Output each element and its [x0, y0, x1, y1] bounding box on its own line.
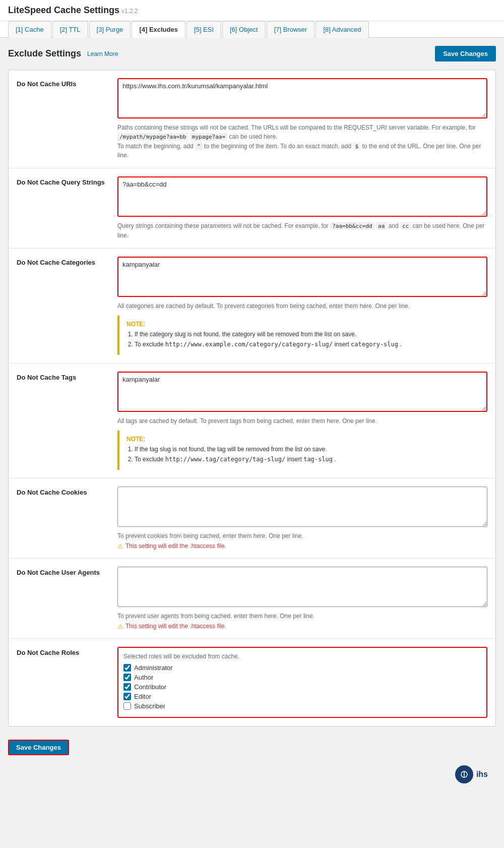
page-header: LiteSpeed Cache Settingsv1.2.2 [0, 0, 504, 21]
tags-control: All tags are cached by default. To preve… [117, 372, 487, 470]
setting-row-tags: Do Not Cache Tags All tags are cached by… [9, 364, 495, 478]
uris-code-mid: mypage?aa= [190, 133, 227, 141]
query-control: Query strings containing these parameter… [117, 176, 487, 240]
settings-table: Do Not Cache URIs Paths containing these… [8, 70, 496, 726]
uris-textarea[interactable] [117, 78, 487, 118]
checkbox-author[interactable] [123, 674, 131, 681]
query-code2: cc [400, 222, 411, 230]
uris-control: Paths containing these strings will not … [117, 78, 487, 160]
role-editor: Editor [123, 693, 481, 700]
label-administrator: Administrator [134, 664, 173, 672]
query-label: Do Not Cache Query Strings [17, 176, 117, 186]
categories-note-title: NOTE: [127, 321, 480, 328]
checkbox-editor[interactable] [123, 693, 131, 700]
main-content: Exclude Settings Learn More Save Changes… [0, 38, 504, 797]
categories-code: category-slug [351, 341, 398, 348]
categories-note1: If the category slug is not found, the c… [135, 330, 480, 339]
roles-container: Selected roles will be excluded from cac… [117, 647, 487, 718]
tab-esi[interactable]: [5] ESI [186, 21, 221, 38]
tab-purge[interactable]: [3] Purge [89, 21, 131, 38]
uris-help: Paths containing these strings will not … [117, 123, 487, 160]
query-code-and: aa [376, 222, 387, 230]
warning-icon-agents: ⚠ [117, 623, 123, 630]
tags-note2: To exclude http://www.tag/category/tag-s… [135, 455, 480, 464]
cookies-textarea[interactable] [117, 487, 487, 527]
tags-note: NOTE: If the tag slug is not found, the … [117, 431, 487, 470]
user-agents-textarea[interactable] [117, 567, 487, 607]
categories-link: http://www.example.com/category/category… [165, 341, 333, 348]
categories-control: All categories are cached by default. To… [117, 257, 487, 355]
uris-code1: /mypath/mypage?aa=bb [117, 133, 188, 141]
tags-note1: If the tag slug is not found, the tag wi… [135, 445, 480, 454]
cookies-warning: ⚠ This setting will edit the .htaccess f… [117, 542, 487, 550]
checkbox-contributor[interactable] [123, 683, 131, 691]
categories-label: Do Not Cache Categories [17, 257, 117, 266]
checkbox-subscriber[interactable] [123, 702, 131, 710]
label-author: Author [134, 674, 153, 681]
user-agents-label: Do Not Cache User Agents [17, 567, 117, 576]
ihs-brand-text: ihs [476, 770, 488, 779]
setting-row-categories: Do Not Cache Categories All categories a… [9, 249, 495, 364]
role-contributor: Contributor [123, 683, 481, 691]
uris-label: Do Not Cache URIs [17, 78, 117, 88]
label-editor: Editor [134, 693, 151, 700]
tags-label: Do Not Cache Tags [17, 372, 117, 381]
cookies-label: Do Not Cache Cookies [17, 487, 117, 496]
tags-link: http://www.tag/category/tag-slug/ [165, 456, 285, 463]
tags-help: All tags are cached by default. To preve… [117, 416, 487, 426]
setting-row-query: Do Not Cache Query Strings Query strings… [9, 168, 495, 249]
save-changes-button-bottom[interactable]: Save Changes [8, 740, 69, 755]
save-changes-button-top[interactable]: Save Changes [435, 46, 496, 62]
setting-row-cookies: Do Not Cache Cookies To prevent cookies … [9, 478, 495, 559]
nav-tabs: [1] Cache [2] TTL [3] Purge [4] Excludes… [0, 21, 504, 38]
ihs-logo: ihs [8, 760, 496, 789]
warning-icon-cookies: ⚠ [117, 542, 123, 550]
label-contributor: Contributor [134, 683, 166, 691]
section-title: Exclude Settings [8, 48, 81, 59]
footer-save-area: Save Changes [8, 735, 496, 760]
roles-desc: Selected roles will be excluded from cac… [123, 653, 481, 660]
tab-object[interactable]: [6] Object [222, 21, 266, 38]
tab-browser[interactable]: [7] Browser [267, 21, 315, 38]
query-code1: ?aa=bb&cc=dd [330, 222, 374, 230]
query-help: Query strings containing these parameter… [117, 221, 487, 240]
roles-label: Do Not Cache Roles [17, 647, 117, 656]
tab-advanced[interactable]: [8] Advanced [316, 21, 368, 38]
role-administrator: Administrator [123, 664, 481, 672]
tags-note-title: NOTE: [127, 436, 480, 443]
setting-row-roles: Do Not Cache Roles Selected roles will b… [9, 639, 495, 726]
learn-more-link[interactable]: Learn More [87, 50, 118, 57]
cookies-control: To prevent cookies from being cached, en… [117, 487, 487, 550]
role-author: Author [123, 674, 481, 681]
user-agents-warning: ⚠ This setting will edit the .htaccess f… [117, 623, 487, 630]
tags-textarea[interactable] [117, 372, 487, 412]
checkbox-administrator[interactable] [123, 664, 131, 672]
categories-note: NOTE: If the category slug is not found,… [117, 316, 487, 355]
section-header: Exclude Settings Learn More Save Changes [8, 46, 496, 62]
categories-textarea[interactable] [117, 257, 487, 297]
tab-ttl[interactable]: [2] TTL [52, 21, 88, 38]
tab-excludes[interactable]: [4] Excludes [132, 21, 185, 38]
setting-row-uris: Do Not Cache URIs Paths containing these… [9, 70, 495, 168]
categories-note2: To exclude http://www.example.com/catego… [135, 340, 480, 349]
user-agents-control: To prevent user agents from being cached… [117, 567, 487, 630]
tab-cache[interactable]: [1] Cache [8, 21, 51, 38]
label-subscriber: Subscriber [134, 702, 165, 710]
tags-code: tag-slug [303, 456, 333, 463]
roles-control: Selected roles will be excluded from cac… [117, 647, 487, 718]
query-textarea[interactable] [117, 176, 487, 217]
user-agents-help: To prevent user agents from being cached… [117, 612, 487, 621]
page-title: LiteSpeed Cache Settings [8, 5, 119, 15]
setting-row-user-agents: Do Not Cache User Agents To prevent user… [9, 559, 495, 639]
cookies-help: To prevent cookies from being cached, en… [117, 531, 487, 540]
categories-help: All categories are cached by default. To… [117, 301, 487, 311]
role-subscriber: Subscriber [123, 702, 481, 710]
uris-code3: $ [353, 143, 360, 150]
uris-code2: ^ [195, 143, 203, 150]
ihs-logo-icon [455, 765, 473, 783]
version-text: v1.2.2 [121, 8, 138, 15]
